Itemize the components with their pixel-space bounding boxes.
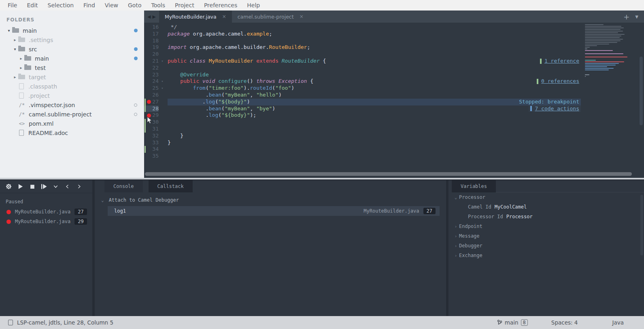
menu-project[interactable]: Project — [170, 1, 199, 9]
code-line-text[interactable]: public void configure() throws Exception… — [168, 78, 581, 85]
annotation-ref[interactable]: 1 reference — [538, 58, 581, 65]
menu-view[interactable]: View — [100, 1, 123, 9]
expand-icon[interactable]: ▸ — [12, 38, 18, 42]
sidebar-item-camel-sublime-project[interactable]: /*camel.sublime-project — [0, 110, 144, 119]
gutter-line-16[interactable]: 16 — [144, 24, 168, 31]
sidebar-item-target[interactable]: ▸target — [0, 72, 144, 82]
gutter-line-20[interactable]: 20 — [144, 51, 168, 58]
gutter-line-18[interactable]: 18 — [144, 38, 168, 44]
expand-icon[interactable]: ▸ — [12, 75, 18, 79]
variables-scrollbar[interactable] — [640, 195, 643, 255]
tab-variables[interactable]: Variables — [452, 180, 496, 192]
gutter-line-28[interactable]: 28 — [144, 105, 168, 112]
callstack-frame[interactable]: log1MyRouteBuilder.java27 — [108, 206, 440, 216]
tab-scroll-left-icon[interactable]: ◀ — [147, 14, 151, 19]
sidebar-item--vimspector-json[interactable]: /*.vimspector.json — [0, 100, 144, 110]
annotation-link[interactable]: 1 reference — [544, 58, 579, 65]
menu-file[interactable]: File — [3, 1, 21, 9]
code-line-text[interactable]: .bean("myBean", "hello") — [168, 92, 581, 99]
code-line-text[interactable] — [168, 146, 581, 153]
variable-debugger[interactable]: ›Debugger — [448, 241, 644, 251]
gutter-line-27[interactable]: 27 — [144, 99, 168, 105]
menu-help[interactable]: Help — [242, 1, 264, 9]
gutter-line-21[interactable]: 21▾ — [144, 58, 168, 65]
menu-preferences[interactable]: Preferences — [200, 1, 242, 9]
variable-field-processor-id[interactable]: Processor IdProcessor — [448, 212, 644, 221]
tab-camel-sublime-project[interactable]: camel.sublime-project× — [232, 11, 309, 23]
stop-icon[interactable] — [28, 183, 36, 190]
code-line-text[interactable]: } — [168, 139, 581, 146]
gutter-line-31[interactable]: 31 — [144, 126, 168, 133]
menu-find[interactable]: Find — [79, 1, 100, 9]
collapse-icon[interactable]: ▾ — [12, 47, 18, 51]
gutter-line-26[interactable]: 26 — [144, 92, 168, 99]
breakpoint-entry[interactable]: MyRouteBuilder.java27 — [0, 207, 92, 217]
editor-horizontal-scrollbar[interactable] — [144, 171, 644, 178]
code-line-text[interactable] — [168, 153, 581, 160]
minimap[interactable] — [585, 24, 637, 81]
code-line-text[interactable]: public class MyRouteBuilder extends Rout… — [168, 58, 581, 65]
sidebar-item-src[interactable]: ▾src — [0, 44, 144, 54]
step-over-icon[interactable] — [40, 183, 48, 190]
chevron-down-icon[interactable] — [52, 183, 60, 190]
sidebar-item-main[interactable]: ▸main — [0, 54, 144, 63]
code-line-text[interactable]: .log("${body}"); — [168, 112, 581, 119]
tab-overflow-icon[interactable]: ▼ — [635, 15, 638, 19]
syntax-status[interactable]: Java — [612, 319, 624, 326]
expand-icon[interactable]: ▸ — [18, 65, 24, 70]
tab-myroutebuilder-java[interactable]: MyRouteBuilder.java× — [159, 11, 232, 23]
code-line-text[interactable] — [168, 38, 581, 44]
editor-vertical-scrollbar[interactable] — [640, 57, 643, 125]
code-line-text[interactable]: from("timer:foo").routeId("foo") — [168, 85, 581, 92]
variable-processor[interactable]: ⌄Processor — [448, 192, 644, 202]
code-line-text[interactable] — [168, 65, 581, 72]
tab-callstack[interactable]: Callstack — [149, 180, 193, 192]
tab-scroll-right-icon[interactable]: ▶ — [152, 14, 155, 19]
code-line-text[interactable]: .bean("myBean", "bye")7 code actions — [168, 105, 581, 112]
sidebar-item--project[interactable]: .project — [0, 91, 144, 100]
code-line-text[interactable]: package org.apache.camel.example; — [168, 31, 581, 38]
fold-arrow-icon[interactable]: ▾ — [159, 78, 166, 85]
sidebar-toggle-icon[interactable] — [8, 320, 13, 325]
code-line-text[interactable] — [168, 119, 581, 126]
code-line-text[interactable]: import org.apache.camel.builder.RouteBui… — [168, 44, 581, 51]
gutter-line-23[interactable]: 23 — [144, 72, 168, 78]
annotation-actions[interactable]: 7 code actions — [529, 105, 581, 112]
code-line-text[interactable] — [168, 51, 581, 58]
git-branch-status[interactable]: main 8 — [497, 319, 528, 326]
sidebar-item--classpath[interactable]: .classpath — [0, 82, 144, 91]
close-icon[interactable]: × — [222, 14, 226, 19]
sidebar-item-readme-adoc[interactable]: README.adoc — [0, 128, 144, 137]
sidebar-item-test[interactable]: ▸test — [0, 63, 144, 72]
variable-exchange[interactable]: ›Exchange — [448, 251, 644, 260]
fold-arrow-icon[interactable]: ▾ — [159, 85, 166, 92]
code-line-text[interactable]: .log("${body}")Stopped: breakpoint — [168, 99, 581, 105]
tab-console[interactable]: Console — [104, 180, 143, 192]
code-line-text[interactable]: @Override — [168, 72, 581, 78]
variable-endpoint[interactable]: ›Endpoint — [448, 221, 644, 231]
collapse-icon[interactable]: ▾ — [6, 28, 12, 33]
gear-icon[interactable] — [5, 183, 13, 190]
chevron-left-icon[interactable] — [64, 183, 71, 190]
sidebar-item-main[interactable]: ▾main — [0, 26, 144, 35]
annotation-link[interactable]: 7 code actions — [535, 105, 579, 112]
menu-edit[interactable]: Edit — [22, 1, 42, 9]
sidebar-item--settings[interactable]: ▸.settings — [0, 35, 144, 44]
callstack-thread[interactable]: ⌄ Attach to Camel Debugger — [95, 192, 446, 206]
new-tab-icon[interactable]: + — [623, 13, 629, 21]
code-line-text[interactable]: } — [168, 133, 581, 139]
fold-arrow-icon[interactable]: ▾ — [159, 58, 166, 65]
gutter-line-24[interactable]: 24▾ — [144, 78, 168, 85]
sidebar-item-pom-xml[interactable]: <>pom.xml — [0, 119, 144, 128]
gutter-line-34[interactable]: 34 — [144, 146, 168, 153]
gutter-line-33[interactable]: 33 — [144, 139, 168, 146]
code-line-text[interactable] — [168, 126, 581, 133]
breakpoint-entry[interactable]: MyRouteBuilder.java29 — [0, 217, 92, 226]
play-icon[interactable] — [17, 183, 24, 190]
variable-field-camel-id[interactable]: Camel IdMyCoolCamel — [448, 202, 644, 212]
annotation-ref[interactable]: 0 references — [535, 78, 581, 85]
gutter-line-25[interactable]: 25▾ — [144, 85, 168, 92]
gutter-line-22[interactable]: 22 — [144, 65, 168, 72]
expand-icon[interactable]: ▸ — [18, 56, 24, 61]
menu-goto[interactable]: Goto — [123, 1, 146, 9]
